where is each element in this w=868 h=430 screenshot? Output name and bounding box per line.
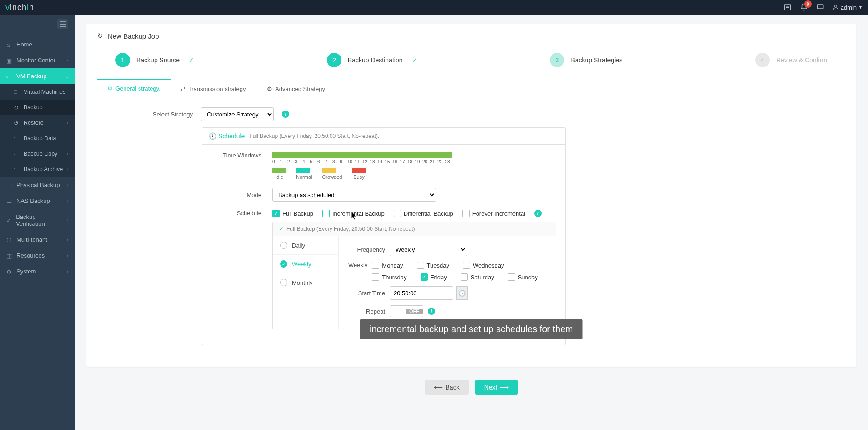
check-wed[interactable]: Wednesday (463, 262, 504, 269)
check-fri[interactable]: ✓Friday (421, 273, 447, 281)
sidebar-sub-restore[interactable]: ↺Restore‹ (0, 115, 75, 131)
check-mon[interactable]: Monday (372, 262, 403, 269)
check-sun[interactable]: Sunday (508, 273, 538, 281)
check-differential[interactable]: Differential Backup (394, 210, 453, 217)
check-forever-inc[interactable]: Forever Incremental (462, 210, 525, 217)
sidebar-sub-vm[interactable]: □Virtual Machines (0, 84, 75, 100)
select-mode[interactable]: Backup as scheduled (272, 188, 436, 202)
select-frequency[interactable]: Weekly (390, 243, 467, 256)
collapse-icon[interactable]: — (553, 133, 559, 140)
gear-icon: ⚙ (107, 85, 113, 92)
select-strategy[interactable]: Customize Strategy (201, 107, 274, 121)
label-select-strategy: Select Strategy (115, 111, 193, 118)
sidebar-sub-backuparchive[interactable]: ▫Backup Archive‹ (0, 162, 75, 177)
sidebar-sub-backupcopy[interactable]: ▫Backup Copy‹ (0, 146, 75, 162)
check-sat[interactable]: Saturday (461, 273, 494, 281)
page-title: New Backup Job (108, 32, 159, 40)
sidebar-item-vmbackup[interactable]: ▫VM Backup⌵ (0, 68, 75, 84)
collapse-icon[interactable]: — (544, 226, 549, 232)
cog-icon: ⚙ (267, 86, 272, 92)
list-icon[interactable] (783, 3, 792, 11)
check-full-backup[interactable]: ✓Full Backup (272, 210, 313, 217)
monitor-icon[interactable] (816, 3, 824, 11)
check-icon: ✓ (189, 56, 194, 64)
notif-badge: 9 (804, 0, 812, 8)
sidebar-item-home[interactable]: ⌂Home (0, 36, 75, 52)
sidebar-item-verification[interactable]: ✓Backup Verification‹ (0, 209, 75, 232)
next-button[interactable]: Next⟶ (475, 380, 518, 395)
label-weekly: Weekly (346, 262, 367, 268)
tab-advanced[interactable]: ⚙Advanced Strategy (257, 79, 335, 98)
main: ↻ New Backup Job 1 Backup Source ✓ 2 Bac… (75, 15, 868, 430)
sidebar-item-resources[interactable]: ◫Resources‹ (0, 248, 75, 263)
bell-icon[interactable]: 9 (800, 3, 808, 11)
logo: vinchin (5, 3, 34, 12)
sidebar-item-nas[interactable]: ▭NAS Backup‹ (0, 193, 75, 209)
schedule-title: 🕓Schedule (209, 132, 245, 140)
label-schedule: Schedule (211, 210, 261, 217)
label-mode: Mode (211, 192, 261, 198)
sidebar-item-system[interactable]: ⚙System‹ (0, 263, 75, 279)
sidebar: ⌂Home ▣Monitor Center‹ ▫VM Backup⌵ □Virt… (0, 15, 75, 430)
info-icon[interactable]: i (428, 308, 435, 315)
schedule-desc: Full Backup (Every Friday, 20:50:00 Star… (249, 133, 379, 139)
stepper: 1 Backup Source ✓ 2 Backup Destination ✓… (97, 53, 845, 67)
time-windows-bar: 01234567891011121314151617181920212223 I… (272, 152, 452, 180)
refresh-icon: ↻ (97, 32, 103, 40)
check-icon: ✓ (279, 226, 284, 232)
label-start-time: Start Time (346, 290, 385, 297)
clock-icon: 🕓 (209, 132, 216, 140)
info-icon[interactable]: i (534, 210, 542, 217)
clock-icon[interactable]: 🕓 (456, 286, 468, 300)
detail-header-text: Full Backup (Every Friday, 20:50:00 Star… (286, 226, 415, 232)
interval-weekly[interactable]: ✓Weekly (273, 255, 338, 273)
tab-transmission[interactable]: ⇄Transmission strategy. (171, 79, 257, 98)
sidebar-sub-backup[interactable]: ↻Backup (0, 100, 75, 115)
step-3[interactable]: 3 Backup Strategies (550, 53, 622, 67)
toggle-repeat[interactable]: OFF (390, 305, 423, 317)
check-thu[interactable]: Thursday (372, 273, 406, 281)
interval-daily[interactable]: Daily (273, 236, 338, 255)
check-icon: ✓ (412, 56, 417, 64)
user-menu[interactable]: admin ▼ (833, 4, 863, 11)
label-time-windows: Time Windows (211, 152, 261, 159)
check-incremental[interactable]: Incremental Backup (322, 210, 385, 217)
caption-overlay: incremental backup and set up schedules … (360, 319, 583, 339)
tab-general[interactable]: ⚙General strategy. (97, 79, 171, 97)
info-icon[interactable]: i (282, 111, 289, 118)
back-button[interactable]: ⟵Back (425, 380, 469, 395)
label-repeat: Repeat (346, 308, 385, 315)
panel: ↻ New Backup Job 1 Backup Source ✓ 2 Bac… (86, 24, 856, 367)
arrow-right-icon: ⟶ (500, 384, 509, 391)
step-4[interactable]: 4 Review & Confirm (755, 53, 827, 67)
schedule-box: 🕓Schedule Full Backup (Every Friday, 20:… (202, 127, 566, 345)
label-frequency: Frequency (346, 246, 385, 253)
sidebar-sub-backupdata[interactable]: ▫Backup Data (0, 131, 75, 146)
svg-rect-3 (817, 5, 823, 9)
user-label: admin (841, 4, 857, 11)
topbar: vinchin 9 admin ▼ (0, 0, 868, 15)
sidebar-item-monitor[interactable]: ▣Monitor Center‹ (0, 52, 75, 68)
transfer-icon: ⇄ (181, 86, 186, 92)
input-start-time[interactable] (390, 286, 453, 300)
sidebar-item-physical[interactable]: ▭Physical Backup‹ (0, 177, 75, 193)
sidebar-item-multitenant[interactable]: ⚇Multi-tenant‹ (0, 232, 75, 248)
svg-point-5 (834, 5, 837, 7)
sidebar-toggle[interactable] (57, 19, 68, 29)
tabs: ⚙General strategy. ⇄Transmission strateg… (97, 79, 845, 98)
arrow-left-icon: ⟵ (434, 384, 443, 391)
check-tue[interactable]: Tuesday (417, 262, 449, 269)
interval-monthly[interactable]: Monthly (273, 273, 338, 292)
step-2[interactable]: 2 Backup Destination ✓ (327, 53, 417, 67)
step-1[interactable]: 1 Backup Source ✓ (115, 53, 194, 67)
